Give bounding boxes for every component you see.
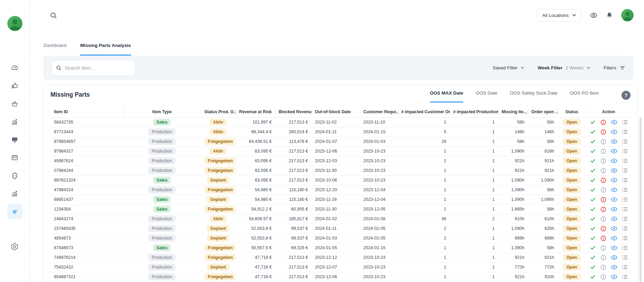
approve-check-icon[interactable] — [590, 187, 596, 193]
table-row[interactable]: 45987624ProductionFreigegeben63,095 €217… — [50, 156, 631, 166]
basket-icon[interactable] — [11, 99, 19, 108]
monitor-icon[interactable] — [11, 135, 19, 144]
column-header-impacted_customer_orders[interactable]: # impacted Customer Or... — [398, 107, 450, 117]
tab-oos-date[interactable]: OOS Date — [476, 90, 497, 103]
approve-check-icon[interactable] — [590, 138, 596, 145]
table-row[interactable]: 68651437SalesGeplant54,980 €115,180 €202… — [50, 195, 631, 204]
item-search-box[interactable] — [52, 60, 135, 76]
table-row[interactable]: 47984324ProductionFreigegeben54,980 €115… — [50, 185, 631, 195]
view-eye-icon[interactable] — [611, 245, 617, 250]
table-row[interactable]: 58432735SalesAktiv101,997 €217,513 €2023… — [50, 117, 631, 127]
view-eye-icon[interactable] — [611, 216, 617, 221]
user-avatar[interactable] — [621, 9, 634, 21]
global-search-icon[interactable] — [50, 12, 57, 19]
chart-trend-icon[interactable] — [11, 189, 19, 197]
approve-check-icon[interactable] — [590, 245, 596, 251]
info-alert-icon[interactable] — [600, 139, 606, 145]
approve-check-icon[interactable] — [590, 264, 596, 270]
info-alert-icon[interactable] — [600, 235, 606, 241]
tab-oos-po-item[interactable]: OOS PO Item — [570, 90, 599, 103]
view-eye-icon[interactable] — [611, 149, 617, 154]
sidebar-item-missing-parts-active[interactable] — [7, 204, 22, 219]
location-selector[interactable]: All Locations — [537, 9, 581, 21]
filters-button[interactable]: Filters — [604, 65, 625, 70]
company-logo-avatar[interactable] — [7, 16, 22, 31]
view-eye-icon[interactable] — [611, 255, 617, 260]
tab-dashboard[interactable]: Dashboard — [44, 42, 66, 56]
view-eye-icon[interactable] — [611, 129, 617, 134]
table-row[interactable]: 75432432ProductionGeplant47,718 €217,513… — [50, 262, 631, 272]
details-list-icon[interactable] — [622, 274, 628, 279]
details-list-icon[interactable] — [622, 139, 628, 144]
calendar-icon[interactable] — [11, 153, 19, 162]
view-eye-icon[interactable] — [611, 236, 617, 241]
table-row[interactable]: 749876214ProductionFreigegeben47,718 €21… — [50, 253, 631, 262]
view-eye-icon[interactable] — [611, 139, 617, 144]
details-list-icon[interactable] — [622, 197, 628, 202]
approve-check-icon[interactable] — [590, 225, 596, 232]
approve-check-icon[interactable] — [590, 177, 596, 183]
info-alert-icon[interactable] — [600, 168, 606, 174]
info-alert-icon[interactable] — [600, 274, 606, 280]
approve-check-icon[interactable] — [590, 206, 596, 212]
approve-check-icon[interactable] — [590, 119, 596, 125]
info-alert-icon[interactable] — [600, 119, 606, 125]
search-item-input[interactable] — [65, 65, 123, 71]
approve-check-icon[interactable] — [590, 148, 596, 154]
table-row[interactable]: 987621324SalesGeplant63,095 €217,513 €20… — [50, 175, 631, 185]
watch-eye-icon[interactable] — [590, 12, 598, 18]
view-eye-icon[interactable] — [611, 226, 617, 231]
view-eye-icon[interactable] — [611, 168, 617, 173]
info-alert-icon[interactable] — [600, 245, 606, 251]
column-header-item_type[interactable]: Item Type — [123, 107, 201, 117]
info-alert-icon[interactable] — [600, 148, 606, 154]
approve-check-icon[interactable] — [590, 274, 596, 280]
help-icon[interactable]: ? — [622, 91, 631, 100]
info-alert-icon[interactable] — [600, 197, 606, 203]
vertical-scrollbar[interactable] — [640, 117, 642, 282]
approve-check-icon[interactable] — [590, 167, 596, 174]
view-eye-icon[interactable] — [611, 187, 617, 192]
table-row[interactable]: 157465435ProductionGeplant52,553.8 €99,5… — [50, 224, 631, 233]
puzzle-icon[interactable] — [11, 171, 19, 179]
tab-missing-parts-analysis[interactable]: Missing Parts Analysis — [80, 42, 131, 56]
details-list-icon[interactable] — [622, 120, 628, 125]
table-row[interactable]: 1234354SalesFreigegeben54,912.2 €60,905 … — [50, 204, 631, 214]
column-header-item_id[interactable]: Item ID — [50, 107, 123, 117]
details-list-icon[interactable] — [622, 129, 628, 134]
week-filter-dropdown[interactable]: Week Filter 2 Weeks — [538, 65, 590, 70]
column-header-action[interactable]: Action — [586, 107, 631, 117]
details-list-icon[interactable] — [622, 207, 628, 212]
table-row[interactable]: 87546573SalesFreigegeben50,557.5 €69,329… — [50, 243, 631, 253]
gear-icon[interactable] — [11, 242, 19, 251]
info-alert-icon[interactable] — [600, 226, 606, 232]
details-list-icon[interactable] — [622, 216, 628, 221]
info-alert-icon[interactable] — [600, 177, 606, 183]
details-list-icon[interactable] — [622, 255, 628, 260]
details-list-icon[interactable] — [622, 265, 628, 270]
details-list-icon[interactable] — [622, 245, 628, 250]
table-row[interactable]: 87713443ProductionAktiv66,344.4 €260,514… — [50, 127, 631, 137]
approve-check-icon[interactable] — [590, 235, 596, 241]
view-eye-icon[interactable] — [611, 274, 617, 279]
approve-check-icon[interactable] — [590, 129, 596, 135]
column-header-impacted_production_orders[interactable]: # impacted Production... — [450, 107, 498, 117]
column-header-status[interactable]: Status — [558, 107, 586, 117]
info-alert-icon[interactable] — [600, 206, 606, 212]
view-eye-icon[interactable] — [611, 197, 617, 202]
view-eye-icon[interactable] — [611, 158, 617, 163]
approve-check-icon[interactable] — [590, 196, 596, 203]
approve-check-icon[interactable] — [590, 254, 596, 261]
info-alert-icon[interactable] — [600, 264, 606, 270]
view-eye-icon[interactable] — [611, 120, 617, 125]
details-list-icon[interactable] — [622, 236, 628, 241]
details-list-icon[interactable] — [622, 158, 628, 163]
column-header-out_of_stock_date[interactable]: Out-of-Stock Date — [311, 107, 360, 117]
tab-oos-max-date[interactable]: OOS MAX Date — [430, 90, 464, 103]
saved-filter-dropdown[interactable]: Saved Filter — [493, 65, 524, 70]
column-header-customer_required[interactable]: Customer Requi... — [360, 107, 398, 117]
column-header-blocked_revenue[interactable]: Blocked Revenue — [275, 107, 311, 117]
table-row[interactable]: 654987321ProductionFreigegeben47,718 €21… — [50, 272, 631, 282]
view-eye-icon[interactable] — [611, 207, 617, 212]
view-eye-icon[interactable] — [611, 265, 617, 270]
